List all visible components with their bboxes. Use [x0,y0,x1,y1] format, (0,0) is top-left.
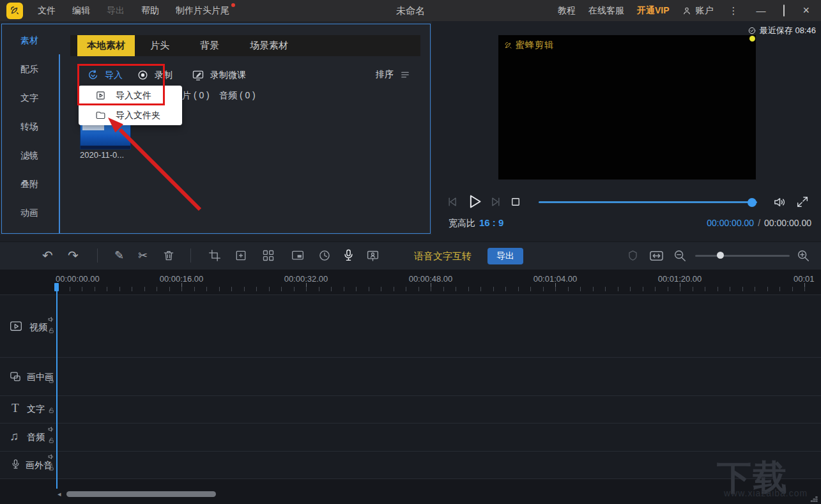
ruler-label: 00:00:48.00 [409,274,453,284]
delete-trash-button[interactable] [162,249,175,262]
menu-intro-outro-label: 制作片头片尾 [176,5,229,15]
track-lock-icon[interactable] [48,376,55,385]
tab-local-media[interactable]: 本地素材 [77,35,135,56]
title-bar: 文件 编辑 导出 帮助 制作片头片尾 未命名 教程 在线客服 开通VIP 账户 … [0,0,821,21]
screen-record-icon [192,69,204,82]
crop-button[interactable] [208,249,221,262]
track-lock-icon[interactable] [48,436,55,445]
track-mute-icon[interactable] [47,425,55,433]
zoom-region-button[interactable] [234,249,247,262]
track-label-video: 视频 [29,322,47,333]
dropdown-import-file[interactable]: 导入文件 [79,86,182,105]
split-scissors-button[interactable]: ✂ [138,248,148,263]
track-separator [0,423,821,424]
sidebar-item-filter[interactable]: 滤镜 [0,150,59,165]
ruler-label: 00:01:20.00 [658,274,702,284]
duration-clock-button[interactable] [318,249,331,262]
track-separator [0,395,821,396]
previous-frame-button[interactable] [447,195,459,208]
track-label-audio: 音频 [27,432,45,443]
menu-intro-outro[interactable]: 制作片头片尾 [167,0,238,21]
timeline-zoom-out-button[interactable] [673,248,687,263]
record-lesson-button[interactable]: 录制微课 [192,69,246,82]
more-menu-icon[interactable]: ⋮ [726,5,740,17]
preview-watermark-text: 蜜蜂剪辑 [516,40,554,51]
media-item-thumbnail[interactable] [80,123,131,149]
menu-export[interactable]: 导出 [98,0,133,21]
undo-button[interactable]: ↶ [42,248,53,263]
presenter-record-button[interactable] [366,249,380,263]
ruler-minor-ticks[interactable] [57,287,817,291]
track-mute-icon[interactable] [47,316,55,323]
minimize-button[interactable]: — [753,5,768,16]
scroll-left-arrow[interactable]: ◂ [58,490,61,498]
voiceover-mic-button[interactable] [342,248,355,262]
menu-file[interactable]: 文件 [29,0,64,21]
time-separator: / [754,218,764,228]
horizontal-scrollbar-thumb[interactable] [66,491,216,497]
project-title: 未命名 [396,0,425,21]
record-icon [137,69,149,81]
seek-slider[interactable] [539,201,757,203]
aspect-ratio-label: 宽高比 [449,218,475,229]
vip-link[interactable]: 开通VIP [637,5,670,17]
stop-button[interactable] [510,196,521,208]
fullscreen-button[interactable] [795,195,809,209]
fit-timeline-button[interactable] [649,248,664,263]
toolbar-divider [190,248,191,263]
sidebar-item-media[interactable]: 素材 [0,35,59,50]
picture-in-picture-button[interactable] [291,249,304,262]
marker-flag-icon[interactable] [627,249,639,262]
filter-audio-count[interactable]: 音频 ( 0 ) [219,90,256,102]
timeline-zoom-in-button[interactable] [796,248,810,263]
account-button[interactable]: 账户 [682,5,713,17]
redo-button[interactable]: ↷ [68,248,79,263]
import-dropdown-menu: 导入文件 导入文件夹 [79,86,182,125]
mosaic-button[interactable] [262,249,275,262]
sidebar-item-overlay[interactable]: 叠附 [0,179,59,194]
filter-image-count[interactable]: 片 ( 0 ) [182,90,210,102]
play-button[interactable] [466,193,483,210]
track-lock-icon[interactable] [48,406,55,415]
record-button[interactable]: 录制 [137,69,173,81]
track-lock-icon[interactable] [48,326,55,335]
sidebar-divider [59,54,60,234]
tutorial-link[interactable]: 教程 [558,5,576,17]
folder-icon [95,110,106,121]
media-tabbar: 本地素材 片头 背景 场景素材 [70,35,420,56]
track-mute-icon[interactable] [47,453,55,461]
thumbnail-taskbar [81,146,130,149]
next-frame-button[interactable] [489,195,502,208]
tab-intro[interactable]: 片头 [135,35,185,56]
playhead-line[interactable] [56,283,58,489]
tab-scene-media[interactable]: 场景素材 [234,35,303,56]
aspect-ratio-value[interactable]: 16 : 9 [479,217,503,228]
timeline-zoom-knob[interactable] [717,252,724,259]
volume-button[interactable] [772,195,787,210]
export-button[interactable]: 导出 [487,248,523,264]
menu-edit[interactable]: 编辑 [64,0,98,21]
preview-viewport[interactable]: 蜜蜂剪辑 [498,35,756,179]
menu-help[interactable]: 帮助 [133,0,167,21]
seek-slider-knob[interactable] [748,198,756,207]
sidebar-item-music[interactable]: 配乐 [0,64,59,79]
tab-background[interactable]: 背景 [185,35,234,56]
sort-label: 排序 [376,69,394,80]
sidebar-item-animation[interactable]: 动画 [0,208,59,223]
toolbar-divider [97,248,98,263]
check-circle-icon [748,26,756,35]
ruler-label: 00:01:04.00 [533,274,578,284]
dropdown-import-folder[interactable]: 导入文件夹 [79,105,182,125]
sidebar-item-transition[interactable]: 转场 [0,121,59,137]
edit-pencil-button[interactable]: ✎ [114,248,124,263]
support-link[interactable]: 在线客服 [588,5,624,17]
app-logo-bee-icon[interactable] [6,3,23,19]
close-button[interactable]: × [800,4,812,17]
import-button[interactable]: 导入 [87,69,123,81]
sidebar-item-text[interactable]: 文字 [0,93,59,108]
maximize-button[interactable] [781,5,787,16]
timeline-zoom-slider[interactable] [695,255,790,257]
sort-button[interactable]: 排序 [376,69,411,80]
speech-to-text-button[interactable]: 语音文字互转 [414,250,472,263]
track-lock-icon[interactable] [48,464,55,472]
